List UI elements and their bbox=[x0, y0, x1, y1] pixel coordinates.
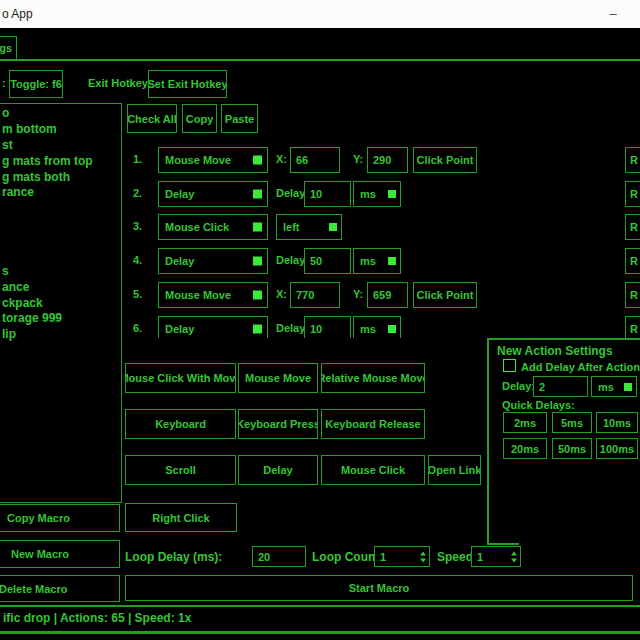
dropdown-indicator-icon bbox=[329, 223, 337, 231]
toggle-hotkey-button[interactable]: Toggle: f6 bbox=[9, 70, 63, 98]
settings-delay-input[interactable]: 2 bbox=[533, 376, 588, 397]
action-rows-scroll-area[interactable]: 1. Mouse Move X: 66 Y: 290 Click Point R… bbox=[125, 140, 640, 338]
action-type-dropdown[interactable]: Mouse Move bbox=[158, 147, 268, 173]
dropdown-indicator-icon bbox=[388, 190, 396, 198]
macro-list-item[interactable]: torage 999 bbox=[2, 311, 62, 325]
row-number: 3. bbox=[133, 220, 142, 232]
add-delay-button[interactable]: Delay bbox=[238, 455, 318, 485]
minimize-button[interactable]: – bbox=[598, 0, 628, 26]
action-type-value: Mouse Click bbox=[165, 221, 229, 233]
macro-list-item[interactable]: g mats both bbox=[2, 170, 70, 184]
window-bottom-border bbox=[0, 631, 640, 634]
add-scroll-button[interactable]: Scroll bbox=[125, 455, 236, 485]
macro-list-item[interactable]: s bbox=[2, 264, 9, 278]
quick-delay-2ms-button[interactable]: 2ms bbox=[503, 412, 547, 433]
add-open-link-button[interactable]: Open Link bbox=[428, 455, 481, 485]
delay-input[interactable]: 10 bbox=[304, 316, 351, 338]
macro-list-item[interactable]: g mats from top bbox=[2, 154, 93, 168]
x-input[interactable]: 66 bbox=[290, 147, 340, 173]
dropdown-indicator-icon bbox=[253, 257, 262, 266]
macro-list-item[interactable]: lip bbox=[2, 327, 16, 341]
speed-stepper[interactable]: 1 bbox=[471, 546, 521, 567]
action-type-dropdown[interactable]: Delay bbox=[158, 248, 268, 274]
action-type-dropdown[interactable]: Delay bbox=[158, 316, 268, 338]
action-type-dropdown[interactable]: Mouse Click bbox=[158, 214, 268, 240]
remove-action-button[interactable]: R bbox=[625, 248, 640, 274]
macro-list-item[interactable]: ckpack bbox=[2, 296, 43, 310]
y-input[interactable]: 290 bbox=[367, 147, 408, 173]
delete-macro-button[interactable]: Delete Macro bbox=[0, 575, 120, 602]
add-mouse-move-button[interactable]: Mouse Move bbox=[238, 363, 318, 393]
stepper-arrows[interactable] bbox=[511, 551, 517, 562]
delay-label: Delay bbox=[276, 322, 305, 334]
start-macro-button[interactable]: Start Macro bbox=[125, 575, 633, 601]
add-mouse-click-with-move-button[interactable]: Mouse Click With Move bbox=[125, 363, 236, 393]
copy-macro-button[interactable]: Copy Macro bbox=[0, 504, 120, 532]
settings-unit-value: ms bbox=[598, 381, 614, 393]
action-type-dropdown[interactable]: Delay bbox=[158, 181, 268, 207]
settings-unit-dropdown[interactable]: ms bbox=[591, 376, 637, 397]
row-number: 2. bbox=[133, 187, 142, 199]
add-mouse-click-button[interactable]: Mouse Click bbox=[321, 455, 425, 485]
macro-list-item[interactable]: o bbox=[2, 106, 9, 120]
quick-delay-20ms-button[interactable]: 20ms bbox=[503, 438, 547, 459]
quick-delay-10ms-button[interactable]: 10ms bbox=[596, 412, 638, 433]
new-macro-button[interactable]: New Macro bbox=[0, 540, 120, 568]
unit-value: ms bbox=[360, 323, 376, 335]
remove-action-button[interactable]: R bbox=[625, 282, 640, 308]
macro-list-item[interactable]: rance bbox=[2, 185, 34, 199]
quick-delay-50ms-button[interactable]: 50ms bbox=[552, 438, 592, 459]
remove-action-button[interactable]: R bbox=[625, 316, 640, 338]
dropdown-indicator-icon bbox=[624, 383, 632, 391]
tab-settings[interactable]: gs bbox=[0, 36, 17, 60]
add-keyboard-press-button[interactable]: Keyboard Press bbox=[238, 409, 318, 439]
paste-button[interactable]: Paste bbox=[221, 104, 258, 133]
delay-input[interactable]: 50 bbox=[304, 248, 351, 274]
macro-list-item[interactable]: st bbox=[2, 138, 13, 152]
y-label: Y: bbox=[353, 288, 363, 300]
delay-input[interactable]: 10 bbox=[304, 181, 351, 207]
action-type-value: Mouse Move bbox=[165, 289, 231, 301]
remove-action-button[interactable]: R bbox=[625, 147, 640, 173]
add-delay-after-action-checkbox[interactable] bbox=[503, 359, 516, 372]
stepper-down-icon[interactable] bbox=[420, 558, 426, 562]
stepper-down-icon[interactable] bbox=[511, 558, 517, 562]
click-point-button[interactable]: Click Point bbox=[413, 147, 477, 173]
add-right-click-button[interactable]: Right Click bbox=[125, 503, 237, 532]
mouse-button-value: left bbox=[283, 221, 300, 233]
add-keyboard-release-button[interactable]: Keyboard Release bbox=[321, 409, 425, 439]
action-type-value: Delay bbox=[165, 188, 194, 200]
dropdown-indicator-icon bbox=[253, 223, 262, 232]
y-input[interactable]: 659 bbox=[367, 282, 408, 308]
unit-dropdown[interactable]: ms bbox=[353, 316, 401, 338]
action-type-dropdown[interactable]: Mouse Move bbox=[158, 282, 268, 308]
quick-delay-100ms-button[interactable]: 100ms bbox=[596, 438, 638, 459]
set-exit-hotkey-button[interactable]: Set Exit Hotkey bbox=[148, 70, 227, 98]
macro-list-item[interactable]: m bottom bbox=[2, 122, 57, 136]
macro-list-item[interactable]: ance bbox=[2, 280, 29, 294]
quick-delay-5ms-button[interactable]: 5ms bbox=[552, 412, 592, 433]
remove-action-button[interactable]: R bbox=[625, 181, 640, 207]
remove-action-button[interactable]: R bbox=[625, 214, 640, 240]
action-type-value: Mouse Move bbox=[165, 154, 231, 166]
new-action-settings-title: New Action Settings bbox=[497, 344, 613, 358]
unit-dropdown[interactable]: ms bbox=[353, 181, 401, 207]
stepper-up-icon[interactable] bbox=[420, 551, 426, 555]
action-type-value: Delay bbox=[165, 323, 194, 335]
copy-button[interactable]: Copy bbox=[182, 104, 217, 133]
add-keyboard-button[interactable]: Keyboard bbox=[125, 409, 236, 439]
stepper-arrows[interactable] bbox=[420, 551, 426, 562]
dropdown-indicator-icon bbox=[388, 325, 396, 333]
hotkey-label-fragment: : bbox=[2, 77, 6, 89]
stepper-up-icon[interactable] bbox=[511, 551, 517, 555]
add-relative-mouse-move-button[interactable]: Relative Mouse Move bbox=[321, 363, 425, 393]
dropdown-indicator-icon bbox=[388, 257, 396, 265]
mouse-button-dropdown[interactable]: left bbox=[276, 214, 342, 240]
loop-delay-input[interactable]: 20 bbox=[252, 546, 306, 567]
unit-value: ms bbox=[360, 255, 376, 267]
click-point-button[interactable]: Click Point bbox=[413, 282, 477, 308]
unit-dropdown[interactable]: ms bbox=[353, 248, 401, 274]
loop-count-stepper[interactable]: 1 bbox=[374, 546, 430, 567]
x-input[interactable]: 770 bbox=[290, 282, 340, 308]
check-all-button[interactable]: Check All bbox=[127, 104, 177, 133]
